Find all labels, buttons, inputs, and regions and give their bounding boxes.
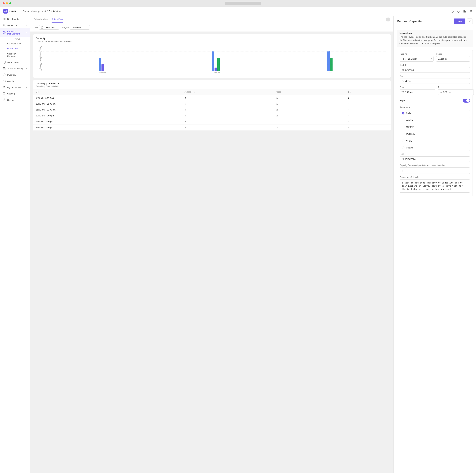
workforce-chevron — [25, 24, 28, 27]
cell-fo-0: 2 — [346, 95, 391, 101]
table-row[interactable]: 11:00 am - 12:00 pm 4 2 4 — [33, 107, 391, 113]
sidebar-item-workforce[interactable]: Workforce — [0, 22, 30, 28]
svg-rect-7 — [465, 11, 466, 12]
type-select-wrapper: Exact Time — [400, 78, 470, 84]
cell-slot-5: 2:00 pm - 3:00 pm — [33, 125, 182, 131]
breadcrumb-parent[interactable]: Capacity Management — [23, 10, 46, 13]
until-field[interactable] — [404, 157, 468, 162]
chrome-maximize-btn[interactable] — [9, 2, 11, 4]
region-select[interactable]: Sausalito — [436, 56, 470, 62]
svg-rect-10 — [4, 18, 5, 19]
chart-subtitle: 10/04/2024 • Sausalito • Fiber Installat… — [36, 40, 388, 43]
from-field[interactable] — [404, 90, 434, 95]
col-slot[interactable]: Slot ↕ — [33, 89, 182, 95]
chrome-close-btn[interactable] — [3, 2, 5, 4]
sidebar-sub-calendar-view[interactable]: Calendar View — [7, 41, 30, 46]
date-filter-value: 10/04/2024 — [44, 26, 55, 29]
radio-weekly[interactable]: Weekly — [400, 117, 470, 123]
collapse-panel-btn[interactable] — [386, 17, 390, 21]
x-label-11am: 11:00 — [327, 72, 332, 74]
from-input[interactable] — [400, 89, 435, 95]
col-fo[interactable]: Fo — [346, 89, 391, 95]
views-header: Views — [7, 37, 30, 41]
close-button[interactable] — [467, 18, 473, 24]
logo-text: zinier — [9, 10, 16, 13]
start-on-input[interactable] — [400, 67, 470, 73]
radio-monthly-label: Monthly — [406, 126, 414, 128]
chart-group-11am — [274, 51, 385, 71]
date-filter-input[interactable]: 10/04/2024 — [39, 25, 59, 30]
radio-daily-circle — [402, 112, 405, 114]
cell-slot-3: 12:00 pm - 1:00 pm — [33, 113, 182, 119]
comments-field[interactable] — [400, 179, 470, 193]
sidebar-item-catalog[interactable]: Catalog — [0, 91, 30, 97]
sidebar-item-inventory[interactable]: Inventory — [0, 72, 30, 78]
sidebar-item-dashboards[interactable]: Dashboards — [0, 16, 30, 22]
radio-custom[interactable]: Custom — [400, 145, 470, 151]
settings-icon — [3, 98, 6, 101]
table-row[interactable]: 9:00 am - 10:00 am 3 1 2 — [33, 95, 391, 101]
help-icon[interactable] — [451, 10, 454, 13]
sidebar-item-work-orders[interactable]: Work Orders — [0, 59, 30, 65]
region-filter-value: Sausalito — [72, 26, 81, 29]
bell-icon[interactable] — [457, 10, 460, 13]
sidebar-item-capacity-management[interactable]: Capacity Management — [0, 28, 30, 37]
svg-point-24 — [4, 99, 5, 100]
task-type-select[interactable]: Fiber Installation — [400, 56, 434, 62]
bar-9am-purple — [102, 64, 104, 71]
logo[interactable]: zinier — [3, 9, 16, 14]
svg-rect-37 — [402, 158, 404, 160]
to-field[interactable] — [442, 90, 472, 95]
grid-icon[interactable] — [463, 10, 466, 13]
cell-fo-5: 4 — [346, 125, 391, 131]
region-filter-label: Region — [62, 26, 68, 29]
sidebar-capacity-requests[interactable]: Capacity Requests — [7, 51, 30, 59]
save-button[interactable]: Save — [454, 18, 465, 24]
repeats-row: Repeats — [400, 97, 470, 104]
svg-rect-18 — [3, 67, 5, 70]
table-row[interactable]: 10:00 am - 11:00 am 5 1 4 — [33, 101, 391, 107]
sidebar-item-my-customers[interactable]: My Customers — [0, 84, 30, 91]
radio-yearly[interactable]: Yearly — [400, 138, 470, 144]
tab-points-view[interactable]: Points View — [51, 16, 63, 23]
table-row[interactable]: 2:00 pm - 3:00 pm 2 2 4 — [33, 125, 391, 131]
radio-monthly-circle — [402, 126, 405, 128]
date-filter-group: Date 10/04/2024 — [34, 25, 59, 30]
workforce-icon — [3, 24, 6, 27]
type-select[interactable]: Exact Time — [400, 78, 470, 84]
table-row[interactable]: 1:00 pm - 2:00 pm 3 1 4 — [33, 119, 391, 125]
table-subtitle: Sausalito | Fiber Installation — [33, 85, 391, 89]
sidebar-item-assets[interactable]: Assets — [0, 78, 30, 84]
chart-section: Capacity 10/04/2024 • Sausalito • Fiber … — [33, 34, 391, 78]
chrome-minimize-btn[interactable] — [6, 2, 8, 4]
until-input[interactable] — [400, 156, 470, 162]
repeats-toggle[interactable] — [463, 98, 470, 103]
user-icon[interactable] — [469, 10, 473, 13]
col-used[interactable]: Used ↕ — [274, 89, 346, 95]
svg-rect-31 — [402, 69, 404, 71]
tab-calendar-view[interactable]: Calendar View — [34, 16, 48, 23]
to-label: To — [438, 86, 474, 88]
sidebar-item-settings[interactable]: Settings — [0, 97, 30, 103]
comments-label: Comments (Optional) — [400, 176, 470, 178]
sidebar-item-task-scheduling[interactable]: Task Scheduling — [0, 65, 30, 72]
capacity-sub: Views Calendar View Points View Capacity… — [0, 37, 30, 59]
radio-monthly[interactable]: Monthly — [400, 124, 470, 130]
cell-fo-4: 4 — [346, 119, 391, 125]
chat-icon[interactable] — [444, 10, 448, 13]
y-label-0: 0 — [41, 69, 42, 71]
radio-daily[interactable]: Daily — [400, 110, 470, 116]
sidebar-sub-points-view[interactable]: Points View — [7, 46, 30, 51]
region-filter-input[interactable]: Sausalito — [70, 25, 90, 30]
capacity-requested-field[interactable] — [400, 167, 470, 174]
table-row[interactable]: 12:00 pm - 1:00 pm 4 2 4 — [33, 113, 391, 119]
cell-used-2: 2 — [274, 107, 346, 113]
col-available[interactable]: Available ↕ — [182, 89, 274, 95]
cell-available-3: 4 — [182, 113, 274, 119]
radio-daily-label: Daily — [406, 112, 411, 114]
svg-rect-11 — [3, 19, 4, 20]
start-on-field[interactable] — [404, 67, 468, 72]
to-input[interactable] — [438, 89, 474, 95]
cell-slot-0: 9:00 am - 10:00 am — [33, 95, 182, 101]
radio-quarterly[interactable]: Quarterly — [400, 131, 470, 137]
